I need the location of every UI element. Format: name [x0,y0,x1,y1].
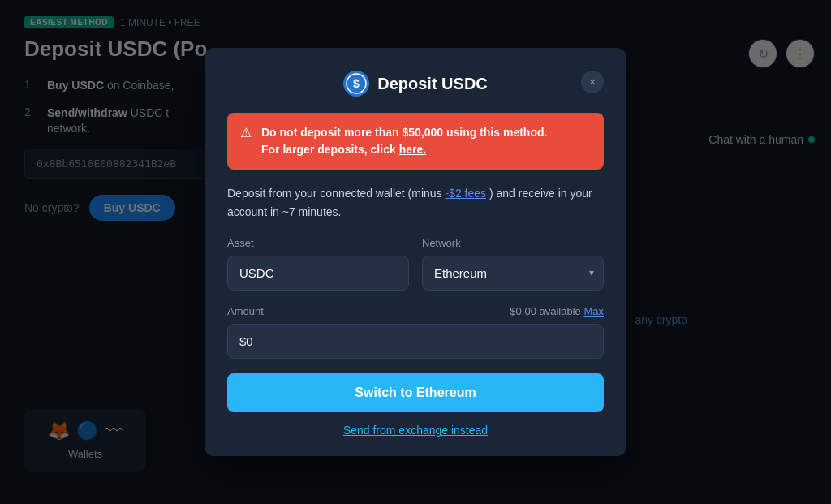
max-link[interactable]: Max [583,305,604,317]
fees-link[interactable]: -$2 fees [445,187,486,200]
network-select[interactable]: Ethereum Polygon Arbitrum Optimism [422,256,604,291]
network-label: Network [422,237,604,249]
exchange-link[interactable]: Send from exchange instead [227,424,604,437]
deposit-modal: $ Deposit USDC × ⚠ Do not deposit more t… [205,48,626,456]
svg-text:$: $ [353,77,360,90]
warning-normal: For larger deposits, click [261,143,396,156]
usdc-icon: $ [343,71,369,97]
amount-section: Amount $0.00 available Max [227,305,604,359]
asset-input[interactable] [227,256,409,291]
modal-overlay: $ Deposit USDC × ⚠ Do not deposit more t… [0,0,831,504]
description: Deposit from your connected wallet (minu… [227,184,604,221]
modal-title: Deposit USDC [377,75,488,93]
available-amount: $0.00 available [510,305,580,317]
warning-icon: ⚠ [240,125,252,140]
modal-header: $ Deposit USDC × [227,71,604,97]
desc-part1: Deposit from your connected wallet (minu… [227,187,442,200]
amount-input[interactable] [227,324,604,359]
asset-group: Asset [227,237,409,291]
amount-label-row: Amount $0.00 available Max [227,305,604,317]
asset-network-row: Asset Network Ethereum Polygon Arbitrum … [227,237,604,291]
warning-link[interactable]: here. [399,143,426,156]
asset-label: Asset [227,237,409,249]
warning-banner: ⚠ Do not deposit more than $50,000 using… [227,113,604,170]
amount-label: Amount [227,305,264,317]
available-text: $0.00 available Max [510,305,604,317]
warning-bold: Do not deposit more than $50,000 using t… [261,126,547,139]
network-select-wrapper: Ethereum Polygon Arbitrum Optimism ▾ [422,256,604,291]
switch-button[interactable]: Switch to Ethereum [227,373,604,412]
network-group: Network Ethereum Polygon Arbitrum Optimi… [422,237,604,291]
warning-text: Do not deposit more than $50,000 using t… [261,124,547,158]
close-button[interactable]: × [581,71,604,93]
